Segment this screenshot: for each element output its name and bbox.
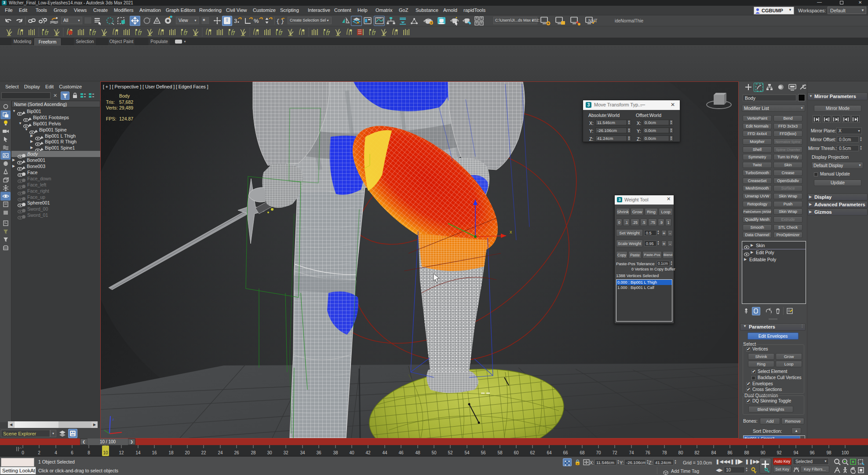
svg-text:16: 16 [152,450,157,455]
svg-text:34: 34 [300,450,305,455]
svg-text:66: 66 [563,450,568,455]
svg-text:%: % [254,18,259,24]
svg-text:x: x [510,229,512,234]
svg-text:38: 38 [333,450,338,455]
svg-text:44: 44 [382,450,387,455]
svg-text:20: 20 [185,450,190,455]
svg-text:8: 8 [88,450,90,455]
svg-text:0: 0 [22,450,24,455]
svg-text:22: 22 [201,450,206,455]
svg-text:6: 6 [71,450,73,455]
svg-text:78: 78 [662,450,667,455]
svg-text:3: 3 [234,18,237,24]
svg-text:56: 56 [481,450,486,455]
svg-text:14: 14 [135,450,141,455]
svg-text:4: 4 [55,450,57,455]
svg-text:80: 80 [678,450,683,455]
svg-text:88: 88 [744,450,749,455]
svg-text:z: z [112,417,114,421]
svg-text:74: 74 [629,450,634,455]
svg-text:62: 62 [530,450,535,455]
svg-text:92: 92 [777,450,782,455]
svg-text:30: 30 [267,450,272,455]
svg-text:70: 70 [596,450,601,455]
svg-text:26: 26 [234,450,239,455]
svg-text:42: 42 [365,450,371,455]
svg-text:28: 28 [251,450,256,455]
svg-text:86: 86 [727,450,733,455]
svg-text:24: 24 [218,450,223,455]
svg-text:96: 96 [810,450,815,455]
svg-text:10: 10 [103,450,108,455]
svg-text:84: 84 [711,450,716,455]
svg-text:90: 90 [760,450,766,455]
svg-text:94: 94 [793,450,799,455]
svg-text:82: 82 [694,450,700,455]
svg-text:76: 76 [645,450,650,455]
svg-text:60: 60 [514,450,519,455]
svg-text:98: 98 [826,450,832,455]
svg-text:64: 64 [547,450,552,455]
svg-text:50: 50 [431,450,437,455]
svg-text:72: 72 [612,450,617,455]
svg-text:{ }: { } [276,18,284,25]
svg-text:46: 46 [398,450,404,455]
svg-text:40: 40 [349,450,354,455]
svg-text:18: 18 [168,450,174,455]
svg-text:36: 36 [316,450,321,455]
svg-text:54: 54 [464,450,470,455]
svg-text:48: 48 [415,450,420,455]
svg-text:68: 68 [580,450,585,455]
svg-text:12: 12 [119,450,124,455]
svg-text:2: 2 [38,450,40,455]
svg-text:58: 58 [497,450,503,455]
svg-text:100: 100 [842,450,849,455]
svg-text:52: 52 [448,450,453,455]
svg-text:32: 32 [283,450,288,455]
